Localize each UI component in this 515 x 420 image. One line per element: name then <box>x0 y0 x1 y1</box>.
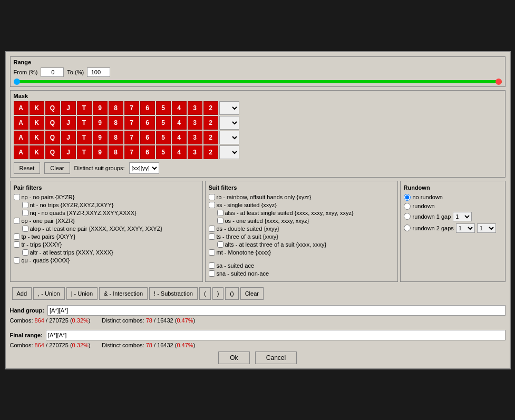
range-slider-track[interactable] <box>14 80 502 83</box>
card-A-2[interactable]: A <box>14 116 28 130</box>
from-input[interactable] <box>41 67 64 77</box>
card-Q-2[interactable]: Q <box>45 116 60 130</box>
card-7-1[interactable]: 7 <box>124 101 139 115</box>
alss-checkbox[interactable] <box>217 210 224 216</box>
card-Q-4[interactable]: Q <box>45 145 60 159</box>
card-J-4[interactable]: J <box>61 145 76 159</box>
no-rundown-radio[interactable] <box>404 194 411 201</box>
card-K-3[interactable]: K <box>30 131 44 144</box>
card-K-1[interactable]: K <box>30 101 44 115</box>
nq-checkbox[interactable] <box>22 210 28 216</box>
card-7-3[interactable]: 7 <box>124 131 139 144</box>
card-A-4[interactable]: A <box>14 145 28 159</box>
card-5-1[interactable]: 5 <box>156 101 171 115</box>
mask-clear-button[interactable]: Clear <box>44 162 70 174</box>
slider-thumb-left[interactable] <box>14 79 20 85</box>
suit-dropdown-2[interactable] <box>219 116 239 130</box>
ds-checkbox[interactable] <box>209 226 215 232</box>
final-range-input[interactable] <box>46 330 506 340</box>
op-checkbox[interactable] <box>14 218 20 224</box>
suit-dropdown-4[interactable] <box>219 145 239 159</box>
pipe-union-button[interactable]: | - Union <box>66 287 98 300</box>
card-5-4[interactable]: 5 <box>156 145 171 159</box>
amp-intersection-button[interactable]: & - Intersection <box>99 287 148 300</box>
sa-checkbox[interactable] <box>209 262 215 269</box>
card-6-4[interactable]: 6 <box>140 145 155 159</box>
suit-dropdown-1[interactable] <box>219 101 239 115</box>
mask-reset-button[interactable]: Reset <box>14 162 41 174</box>
card-2-1[interactable]: 2 <box>203 101 218 115</box>
add-button[interactable]: Add <box>12 287 32 300</box>
close-paren-button[interactable]: ) <box>212 287 224 300</box>
card-A-1[interactable]: A <box>14 101 28 115</box>
slider-thumb-right[interactable] <box>495 79 502 85</box>
suit-dropdown-3[interactable] <box>219 131 239 144</box>
card-4-2[interactable]: 4 <box>172 116 187 130</box>
card-A-3[interactable]: A <box>14 131 28 144</box>
card-5-3[interactable]: 5 <box>156 131 171 144</box>
gap2-select-1[interactable]: 123 <box>456 223 475 233</box>
card-8-2[interactable]: 8 <box>109 116 123 130</box>
card-K-4[interactable]: K <box>30 145 44 159</box>
card-T-4[interactable]: T <box>77 145 92 159</box>
card-9-3[interactable]: 9 <box>93 131 108 144</box>
card-Q-1[interactable]: Q <box>45 101 60 115</box>
card-2-3[interactable]: 2 <box>203 131 218 144</box>
rundown-1gap-radio[interactable] <box>404 213 411 220</box>
card-6-2[interactable]: 6 <box>140 116 155 130</box>
mt-checkbox[interactable] <box>209 249 215 256</box>
card-3-4[interactable]: 3 <box>188 145 202 159</box>
card-4-3[interactable]: 4 <box>172 131 187 144</box>
alts-checkbox[interactable] <box>217 241 224 248</box>
card-J-3[interactable]: J <box>61 131 76 144</box>
card-7-2[interactable]: 7 <box>124 116 139 130</box>
card-5-2[interactable]: 5 <box>156 116 171 130</box>
card-T-3[interactable]: T <box>77 131 92 144</box>
card-8-4[interactable]: 8 <box>109 145 123 159</box>
card-J-2[interactable]: J <box>61 116 76 130</box>
card-9-4[interactable]: 9 <box>93 145 108 159</box>
qu-checkbox[interactable] <box>14 257 20 263</box>
gap2-select-2[interactable]: 123 <box>477 223 496 233</box>
sna-checkbox[interactable] <box>209 270 215 277</box>
card-3-2[interactable]: 3 <box>188 116 202 130</box>
hand-group-input[interactable] <box>47 305 506 316</box>
ts-checkbox[interactable] <box>209 233 215 240</box>
card-4-1[interactable]: 4 <box>172 101 187 115</box>
parens-button[interactable]: () <box>225 287 238 300</box>
cancel-button[interactable]: Cancel <box>255 351 297 364</box>
to-input[interactable] <box>87 67 110 77</box>
altr-checkbox[interactable] <box>22 249 28 256</box>
card-Q-3[interactable]: Q <box>45 131 60 144</box>
card-T-1[interactable]: T <box>77 101 92 115</box>
card-2-2[interactable]: 2 <box>203 116 218 130</box>
comma-union-button[interactable]: , - Union <box>33 287 65 300</box>
np-checkbox[interactable] <box>14 194 20 200</box>
tr-checkbox[interactable] <box>14 241 20 248</box>
toolbar-clear-button[interactable]: Clear <box>240 287 264 300</box>
rundown-2gaps-radio[interactable] <box>404 224 411 231</box>
card-J-1[interactable]: J <box>61 101 76 115</box>
card-4-4[interactable]: 4 <box>172 145 187 159</box>
card-6-3[interactable]: 6 <box>140 131 155 144</box>
open-paren-button[interactable]: ( <box>199 287 211 300</box>
tp-checkbox[interactable] <box>14 233 20 240</box>
card-6-1[interactable]: 6 <box>140 101 155 115</box>
distinct-suit-select[interactable]: [xx][yy] [xy][xy] [xx][xy] <box>129 162 159 174</box>
card-3-1[interactable]: 3 <box>188 101 202 115</box>
card-9-2[interactable]: 9 <box>93 116 108 130</box>
card-T-2[interactable]: T <box>77 116 92 130</box>
card-2-4[interactable]: 2 <box>203 145 218 159</box>
card-8-1[interactable]: 8 <box>109 101 123 115</box>
card-9-1[interactable]: 9 <box>93 101 108 115</box>
excl-substraction-button[interactable]: ! - Substraction <box>149 287 198 300</box>
os-checkbox[interactable] <box>217 218 224 224</box>
card-8-3[interactable]: 8 <box>109 131 123 144</box>
ss-checkbox[interactable] <box>209 202 215 208</box>
ok-button[interactable]: Ok <box>218 351 250 364</box>
rb-checkbox[interactable] <box>209 194 215 200</box>
card-3-3[interactable]: 3 <box>188 131 202 144</box>
rundown-radio[interactable] <box>404 203 411 210</box>
nt-checkbox[interactable] <box>22 202 28 208</box>
gap1-select[interactable]: 123 <box>453 212 472 221</box>
